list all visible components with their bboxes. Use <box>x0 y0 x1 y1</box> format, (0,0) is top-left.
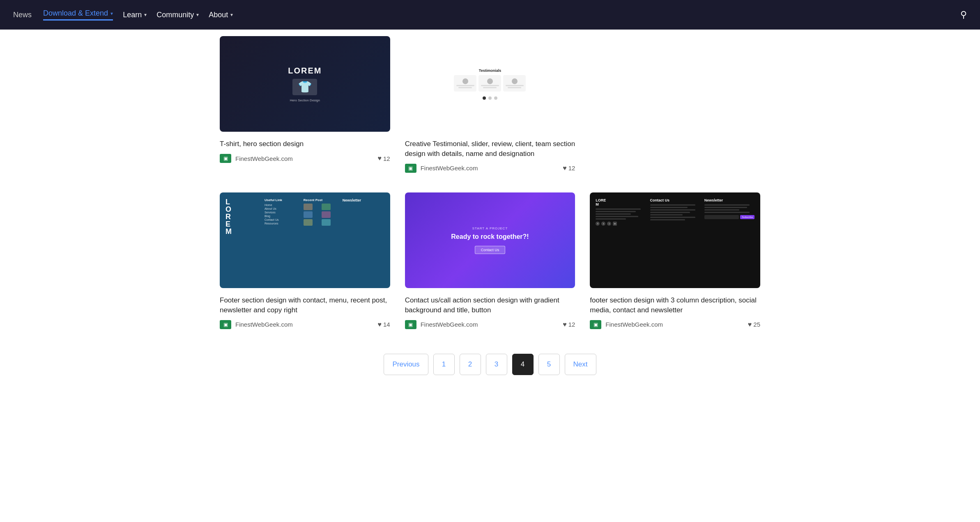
card-empty-top <box>590 36 760 173</box>
card-footer3-like-count: 25 <box>753 321 760 328</box>
card-tshirt-title: T-shirt, hero section design <box>220 139 390 149</box>
card-testimonial: Testimonials <box>405 36 575 173</box>
card-cta: START A PROJECT Ready to rock together?!… <box>405 192 575 329</box>
nav-about[interactable]: About ▾ <box>209 11 233 19</box>
footer3-preview: LOREM f t i in Cont <box>590 192 760 288</box>
pagination: Previous 1 2 3 4 5 Next <box>220 354 760 375</box>
card-testimonial-thumb[interactable]: Testimonials <box>405 36 575 132</box>
tshirt-preview: LOREM 👕 Hero Section Design <box>220 36 390 132</box>
card-testimonial-meta: FinestWebGeek.com ♥ 12 <box>405 164 575 173</box>
page-1-button[interactable]: 1 <box>433 354 455 375</box>
top-card-row: LOREM 👕 Hero Section Design T-shirt, her… <box>220 36 760 173</box>
card-footer3-author: FinestWebGeek.com <box>605 321 663 328</box>
card-footer3-likes: ♥ 25 <box>748 321 760 328</box>
heart-icon: ♥ <box>748 321 752 328</box>
chevron-down-icon: ▾ <box>144 12 147 18</box>
previous-button[interactable]: Previous <box>384 354 428 375</box>
card-footer1: LOREM Useful Link Home About Us Services… <box>220 192 390 329</box>
heart-icon: ♥ <box>563 165 567 172</box>
site-logo-icon <box>590 320 601 329</box>
heart-icon: ♥ <box>377 321 382 328</box>
card-tshirt-likes: ♥ 12 <box>377 155 390 162</box>
main-content: LOREM 👕 Hero Section Design T-shirt, her… <box>207 36 773 416</box>
page-2-button[interactable]: 2 <box>460 354 481 375</box>
card-footer1-author: FinestWebGeek.com <box>235 321 293 328</box>
card-cta-thumb[interactable]: START A PROJECT Ready to rock together?!… <box>405 192 575 288</box>
nav-download[interactable]: Download & Extend ▾ <box>43 9 113 21</box>
card-testimonial-like-count: 12 <box>568 165 575 172</box>
card-tshirt-thumb[interactable]: LOREM 👕 Hero Section Design <box>220 36 390 132</box>
card-footer1-title: Footer section design with contact, menu… <box>220 295 390 315</box>
card-cta-like-count: 12 <box>568 321 575 328</box>
site-logo-icon <box>405 320 416 329</box>
card-footer1-meta: FinestWebGeek.com ♥ 14 <box>220 320 390 329</box>
card-footer3-thumb[interactable]: LOREM f t i in Cont <box>590 192 760 288</box>
card-cta-likes: ♥ 12 <box>563 321 575 328</box>
site-logo-icon <box>220 320 231 329</box>
nav-news[interactable]: News <box>13 11 32 19</box>
card-cta-author: FinestWebGeek.com <box>421 321 478 328</box>
card-footer3: LOREM f t i in Cont <box>590 192 760 329</box>
cta-contact-button[interactable]: Contact Us <box>475 246 506 254</box>
site-logo-icon <box>405 164 416 173</box>
card-cta-meta: FinestWebGeek.com ♥ 12 <box>405 320 575 329</box>
page-4-button[interactable]: 4 <box>512 354 534 375</box>
footer1-preview: LOREM Useful Link Home About Us Services… <box>220 192 390 288</box>
cta-sub-text: START A PROJECT <box>472 227 508 230</box>
card-tshirt-meta: FinestWebGeek.com ♥ 12 <box>220 154 390 163</box>
card-cta-title: Contact us/call action section design wi… <box>405 295 575 315</box>
next-button[interactable]: Next <box>565 354 596 375</box>
testimonial-preview: Testimonials <box>405 36 575 132</box>
card-tshirt-like-count: 12 <box>383 155 390 162</box>
nav-community[interactable]: Community ▾ <box>156 11 199 19</box>
card-footer1-likes: ♥ 14 <box>377 321 390 328</box>
bottom-card-row: LOREM Useful Link Home About Us Services… <box>220 192 760 329</box>
nav-learn[interactable]: Learn ▾ <box>123 11 147 19</box>
page-3-button[interactable]: 3 <box>486 354 507 375</box>
navbar: News Download & Extend ▾ Learn ▾ Communi… <box>0 0 980 30</box>
page-5-button[interactable]: 5 <box>538 354 560 375</box>
cta-preview: START A PROJECT Ready to rock together?!… <box>405 192 575 288</box>
card-footer3-title: footer section design with 3 column desc… <box>590 295 760 315</box>
heart-icon: ♥ <box>563 321 567 328</box>
card-testimonial-author: FinestWebGeek.com <box>421 165 478 172</box>
site-logo-icon <box>220 154 231 163</box>
card-tshirt-author: FinestWebGeek.com <box>235 155 293 162</box>
search-icon[interactable]: ⚲ <box>960 9 967 20</box>
chevron-down-icon: ▾ <box>230 12 233 18</box>
chevron-down-icon: ▾ <box>196 12 199 18</box>
cta-title-text: Ready to rock together?! <box>451 233 529 241</box>
card-footer3-meta: FinestWebGeek.com ♥ 25 <box>590 320 760 329</box>
card-tshirt: LOREM 👕 Hero Section Design T-shirt, her… <box>220 36 390 173</box>
chevron-down-icon: ▾ <box>110 11 113 16</box>
heart-icon: ♥ <box>377 155 382 162</box>
card-footer1-thumb[interactable]: LOREM Useful Link Home About Us Services… <box>220 192 390 288</box>
card-testimonial-likes: ♥ 12 <box>563 165 575 172</box>
card-testimonial-title: Creative Testimonial, slider, review, cl… <box>405 139 575 159</box>
card-footer1-like-count: 14 <box>383 321 390 328</box>
